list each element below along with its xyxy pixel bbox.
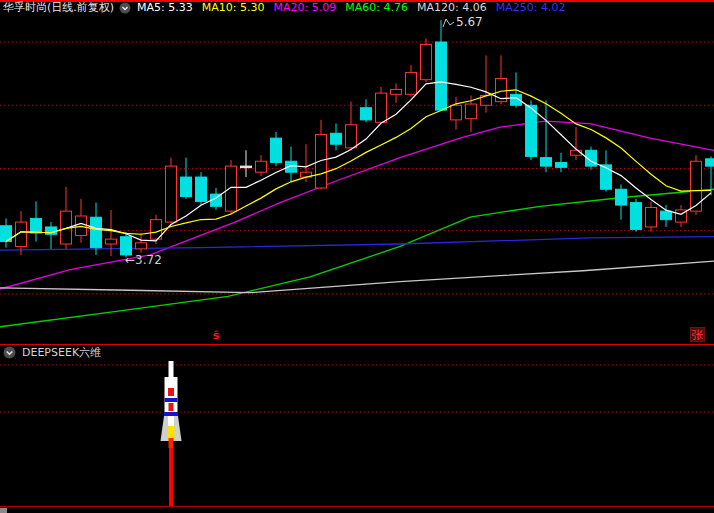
rocket-engine: [168, 416, 174, 426]
candle-body: [526, 105, 537, 156]
tdx-chart-window: 华孚时尚(日线.前复权) MA5: 5.33MA10: 5.30MA20: 5.…: [0, 0, 714, 513]
signal-s-marker: ŝ: [209, 330, 223, 341]
candle-body: [406, 72, 417, 94]
candle-body: [391, 89, 402, 94]
resize-corner[interactable]: [0, 508, 7, 513]
candle-body: [361, 108, 372, 120]
candle-body: [631, 203, 642, 230]
candle-body: [166, 166, 177, 222]
ma-line-MA60: [0, 189, 714, 327]
candle-body: [451, 105, 462, 120]
candle-body: [316, 134, 327, 188]
candle-body: [616, 189, 627, 205]
candle-body: [31, 218, 42, 233]
candle-body: [691, 161, 702, 211]
candle-body: [466, 104, 477, 119]
panel-separator[interactable]: [0, 344, 714, 345]
candle-body: [106, 239, 117, 244]
indicator-title: DEEPSEEK六维: [22, 347, 101, 359]
candle-body: [91, 217, 102, 247]
candle-body: [646, 207, 657, 226]
price-annotation-low: ←3.72: [125, 254, 162, 266]
candle-body: [196, 177, 207, 201]
rocket-nose: [169, 361, 174, 377]
rise-badge: 张: [690, 327, 705, 342]
candle-body: [241, 166, 252, 168]
candle-body: [331, 133, 342, 144]
candle-body: [601, 165, 612, 189]
chevron-down-icon[interactable]: [3, 346, 16, 359]
rocket-window: [168, 388, 174, 396]
rocket-stripe: [165, 398, 178, 402]
candle-body: [136, 243, 147, 249]
rocket-exhaust: [169, 438, 174, 448]
candle-body: [226, 166, 237, 211]
candle-body: [181, 177, 192, 196]
candle-body: [436, 42, 447, 110]
annotation-arrow: [443, 19, 454, 27]
candle-body: [421, 44, 432, 79]
candle-body: [376, 93, 387, 122]
rocket-stripe: [164, 412, 178, 416]
candle-body: [346, 125, 357, 148]
ma-line-MA5: [6, 82, 711, 242]
candle-body: [556, 162, 567, 167]
rocket-window: [169, 403, 174, 411]
candle-body: [541, 158, 552, 167]
bottom-border: [0, 506, 714, 507]
price-annotation-high: 5.67: [456, 16, 483, 28]
ma-line-MA120: [0, 261, 714, 293]
candlestick-chart: [0, 0, 714, 513]
candle-body: [706, 159, 714, 166]
candle-body: [271, 138, 282, 162]
candle-body: [256, 161, 267, 172]
rocket-trail: [169, 448, 173, 506]
candle-body: [76, 216, 87, 235]
candle-body: [661, 211, 672, 220]
indicator-panel-header: DEEPSEEK六维: [3, 346, 101, 359]
